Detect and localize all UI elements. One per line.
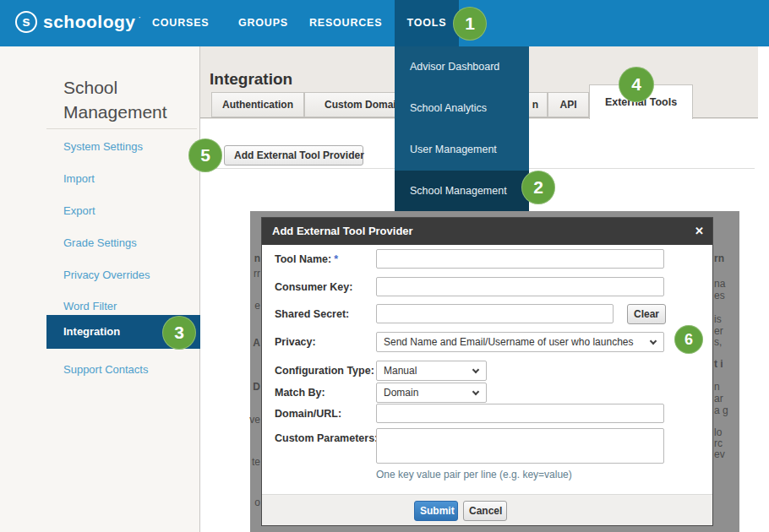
sidebar-item-grade-settings[interactable]: Grade Settings — [63, 236, 137, 249]
shared-secret-input[interactable] — [376, 304, 614, 323]
step-badge-5: 5 — [188, 138, 222, 172]
schoology-logo[interactable]: s schoology · — [15, 11, 141, 33]
backdrop-text-fragment: lo — [714, 427, 722, 437]
consumer-key-input[interactable] — [376, 277, 664, 296]
schoology-wordmark: schoology — [43, 12, 136, 32]
chevron-down-icon — [650, 338, 657, 345]
sidebar-item-import[interactable]: Import — [63, 172, 95, 185]
backdrop-text-fragment: es — [714, 290, 725, 301]
tools-dropdown-menu: Advisor Dashboard School Analytics User … — [395, 46, 529, 212]
backdrop-text-fragment: n — [714, 382, 720, 392]
domain-url-label: Domain/URL: — [275, 408, 374, 420]
sidebar-item-word-filter[interactable]: Word Filter — [63, 300, 117, 312]
tool-name-input[interactable] — [376, 249, 664, 269]
school-management-sidebar: School Management System Settings Import… — [0, 46, 200, 532]
match-by-label: Match By: — [275, 387, 374, 399]
menu-item-school-management-highlighted[interactable]: School Management — [395, 171, 529, 212]
add-external-tool-provider-button[interactable]: Add External Tool Provider — [224, 145, 363, 166]
submit-button[interactable]: Submit — [414, 501, 458, 521]
modal-title: Add External Tool Provider — [262, 218, 712, 245]
consumer-key-label: Consumer Key: — [275, 281, 374, 293]
tab-api[interactable]: API — [548, 92, 589, 117]
backdrop-text-fragment: na — [714, 279, 725, 289]
configuration-type-value: Manual — [384, 365, 417, 377]
tab-authentication[interactable]: Authentication — [211, 92, 304, 117]
backdrop-text-fragment: is — [714, 314, 722, 324]
shared-secret-label: Shared Secret: — [275, 308, 374, 320]
sidebar-item-privacy-overrides[interactable]: Privacy Overrides — [63, 269, 150, 281]
menu-item-school-analytics[interactable]: School Analytics — [395, 88, 529, 129]
configuration-type-label: Configuration Type: — [275, 365, 374, 377]
backdrop-text-fragment: s, — [714, 337, 722, 347]
backdrop-text-fragment: ar — [714, 394, 723, 404]
custom-parameters-label: Custom Parameters: — [275, 432, 374, 444]
required-asterisk: * — [334, 253, 338, 265]
clear-button[interactable]: Clear — [627, 304, 666, 324]
step-badge-3: 3 — [162, 316, 196, 350]
chevron-down-icon — [472, 366, 479, 373]
match-by-select[interactable]: Domain — [376, 383, 487, 403]
backdrop-text-fragment: ev — [714, 449, 725, 459]
backdrop-text-fragment: rn — [714, 253, 724, 263]
step-badge-2: 2 — [521, 171, 555, 204]
add-button-label: Add External Tool Provider — [234, 149, 364, 161]
sidebar-item-support-contacts[interactable]: Support Contacts — [63, 363, 148, 376]
sidebar-item-system-settings[interactable]: System Settings — [63, 140, 143, 153]
backdrop-text-fragment: t i — [714, 359, 723, 369]
page-title: Integration — [210, 70, 292, 89]
add-external-tool-provider-modal: Add External Tool Provider ✕ Tool Name:*… — [262, 218, 712, 525]
nav-item-resources[interactable]: RESOURCES — [309, 0, 382, 46]
chevron-down-icon — [472, 388, 479, 395]
privacy-select-value: Send Name and Email/Username of user who… — [384, 336, 634, 348]
top-navbar: s schoology · COURSES GROUPS RESOURCES T… — [0, 0, 769, 46]
step-badge-4: 4 — [619, 67, 654, 102]
nav-item-groups[interactable]: GROUPS — [238, 0, 288, 46]
menu-item-user-management[interactable]: User Management — [395, 129, 529, 171]
configuration-type-select[interactable]: Manual — [376, 361, 487, 381]
custom-parameters-textarea[interactable] — [376, 428, 664, 464]
backdrop-text-fragment: a g — [714, 405, 728, 415]
sidebar-title: School Management — [63, 76, 190, 124]
nav-item-tools-active[interactable]: TOOLS — [395, 0, 459, 46]
domain-url-input[interactable] — [376, 404, 664, 423]
step-badge-1: 1 — [453, 7, 487, 41]
sidebar-item-export[interactable]: Export — [63, 204, 95, 217]
trademark-dot: · — [139, 13, 141, 22]
app-root: s schoology · COURSES GROUPS RESOURCES T… — [0, 0, 769, 532]
sidebar-divider — [46, 128, 197, 129]
backdrop-text-fragment: er — [714, 326, 723, 336]
close-icon[interactable]: ✕ — [695, 218, 704, 245]
step-badge-6: 6 — [674, 325, 703, 354]
backdrop-text-fragment: rc — [714, 438, 723, 448]
modal-footer: Submit Cancel — [262, 494, 712, 525]
privacy-select[interactable]: Send Name and Email/Username of user who… — [376, 332, 664, 352]
privacy-label: Privacy: — [275, 336, 374, 348]
tool-name-label: Tool Name:* — [275, 253, 374, 265]
cancel-button[interactable]: Cancel — [463, 501, 507, 521]
menu-item-advisor-dashboard[interactable]: Advisor Dashboard — [395, 46, 529, 88]
match-by-value: Domain — [384, 387, 418, 399]
nav-item-courses[interactable]: COURSES — [152, 0, 209, 46]
schoology-logo-icon: s — [15, 11, 37, 33]
custom-parameters-hint: One key value pair per line (e.g. key=va… — [376, 469, 572, 480]
